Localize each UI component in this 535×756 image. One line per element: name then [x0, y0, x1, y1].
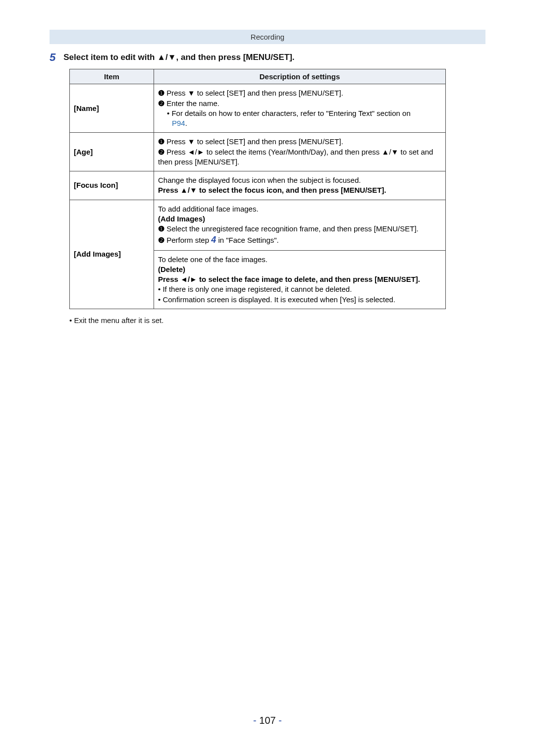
table-row-name: [Name] ❶ Press ▼ to select [SET] and the…	[70, 84, 446, 133]
addimg-del-line4: Confirmation screen is displayed. It is …	[162, 295, 395, 304]
dash-left: -	[253, 715, 259, 726]
desc-focus: Change the displayed focus icon when the…	[154, 171, 446, 200]
number-2-icon: ❷	[158, 235, 164, 245]
number-1-icon: ❶	[158, 137, 164, 147]
table-row-focus-icon: [Focus Icon] Change the displayed focus …	[70, 171, 446, 200]
addimg-add-line2: Select the unregistered face recognition…	[166, 224, 419, 233]
up-down-arrows: ▲/▼	[157, 53, 176, 62]
item-label-focus: [Focus Icon]	[70, 171, 154, 200]
number-2-icon: ❷	[158, 147, 164, 157]
step-number: 5	[50, 51, 55, 64]
bullet-icon: •	[167, 109, 169, 117]
page-link-p94[interactable]: P94	[172, 119, 185, 127]
left-right-arrows: ◄/►	[188, 148, 205, 156]
settings-table: Item Description of settings [Name] ❶ Pr…	[69, 69, 446, 309]
down-arrow-icon: ▼	[188, 137, 195, 146]
age-line2-prefix: Press	[166, 148, 188, 156]
addimg-del-line3: If there is only one image registered, i…	[162, 285, 352, 293]
addimg-del-line2-prefix: Press	[158, 275, 180, 283]
item-label-age: [Age]	[70, 133, 154, 171]
up-down-arrows: ▲/▼	[180, 186, 197, 194]
addimg-add-head: (Add Images)	[158, 214, 441, 224]
footer-note: • Exit the menu after it is set.	[69, 316, 485, 324]
page-number: - 107 -	[0, 715, 535, 726]
step-4-reference: 4	[211, 235, 216, 245]
age-line1-prefix: Press	[166, 137, 188, 146]
col-header-description: Description of settings	[154, 69, 446, 84]
bullet-icon: •	[158, 295, 160, 304]
addimg-del-line2-suffix: to select the face image to delete, and …	[197, 275, 420, 283]
age-line2-mid: to select the items (Year/Month/Day), an…	[205, 148, 382, 156]
left-right-arrows: ◄/►	[180, 275, 197, 283]
focus-line1: Change the displayed focus icon when the…	[158, 175, 441, 185]
item-label-name: [Name]	[70, 84, 154, 133]
desc-add-images-add: To add additional face images. (Add Imag…	[154, 200, 446, 250]
focus-line2-suffix: to select the focus icon, and then press…	[197, 186, 386, 194]
addimg-del-head: (Delete)	[158, 265, 441, 274]
page-number-value: 107	[259, 715, 275, 726]
item-label-add-images: [Add Images]	[70, 200, 154, 309]
addimg-add-line1: To add additional face images.	[158, 204, 441, 214]
footer-note-text: Exit the menu after it is set.	[74, 316, 163, 324]
number-1-icon: ❶	[158, 88, 164, 98]
col-header-item: Item	[70, 69, 154, 84]
age-line1-suffix: to select [SET] and then press [MENU/SET…	[195, 137, 343, 146]
name-line1-suffix: to select [SET] and then press [MENU/SET…	[195, 89, 343, 97]
bullet-icon: •	[158, 285, 160, 293]
table-header-row: Item Description of settings	[70, 69, 446, 84]
table-row-age: [Age] ❶ Press ▼ to select [SET] and then…	[70, 133, 446, 171]
focus-line2-prefix: Press	[158, 186, 180, 194]
step-text-suffix: , and then press [MENU/SET].	[176, 53, 295, 62]
down-arrow-icon: ▼	[188, 89, 195, 97]
desc-name: ❶ Press ▼ to select [SET] and then press…	[154, 84, 446, 133]
step-instruction: Select item to edit with ▲/▼, and then p…	[63, 51, 294, 63]
dash-right: -	[276, 715, 282, 726]
name-line3-suffix: .	[185, 119, 187, 127]
name-line3-prefix: For details on how to enter characters, …	[171, 109, 410, 117]
addimg-add-line3-prefix: Perform step	[166, 236, 211, 244]
desc-add-images-delete: To delete one of the face images. (Delet…	[154, 250, 446, 309]
number-1-icon: ❶	[158, 224, 164, 234]
bullet-icon: •	[69, 316, 72, 324]
desc-age: ❶ Press ▼ to select [SET] and then press…	[154, 133, 446, 171]
step-text-prefix: Select item to edit with	[63, 53, 157, 62]
section-header: Recording	[50, 30, 485, 44]
table-row-add-images-1: [Add Images] To add additional face imag…	[70, 200, 446, 250]
up-down-arrows: ▲/▼	[382, 148, 399, 156]
addimg-del-line1: To delete one of the face images.	[158, 255, 441, 265]
section-header-text: Recording	[251, 33, 284, 41]
name-line2: Enter the name.	[166, 99, 219, 108]
step-5: 5 Select item to edit with ▲/▼, and then…	[50, 51, 485, 64]
addimg-add-line3-suffix: in "Face Settings".	[216, 236, 279, 244]
name-line1-prefix: Press	[166, 89, 188, 97]
number-2-icon: ❷	[158, 99, 164, 108]
